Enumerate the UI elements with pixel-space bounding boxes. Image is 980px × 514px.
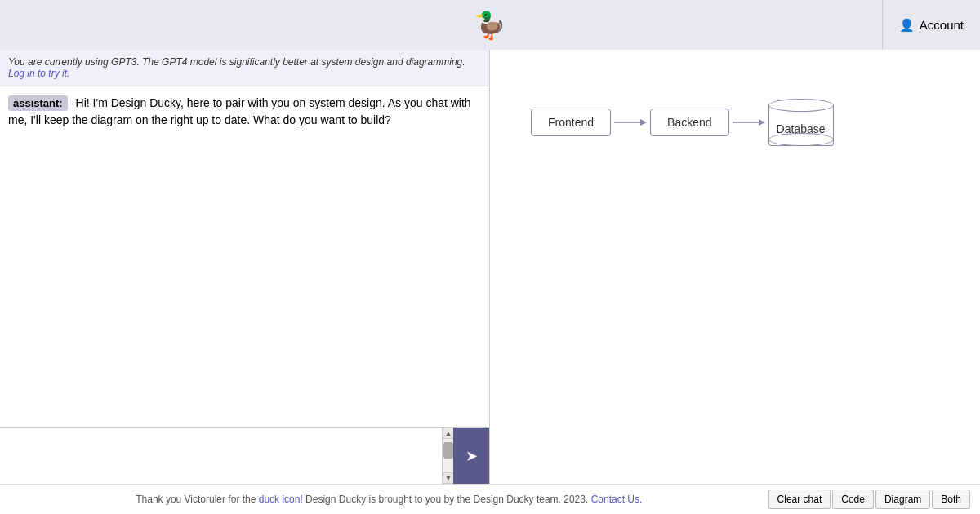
scroll-down[interactable]: ▼ (443, 472, 454, 484)
chat-messages: assistant: Hi! I'm Design Ducky, here to… (0, 86, 489, 427)
diagram-node-frontend: Frontend (531, 109, 611, 136)
diagram-node-backend: Backend (650, 109, 728, 136)
message-content: Hi! I'm Design Ducky, here to pair with … (8, 96, 471, 126)
account-label: Account (920, 18, 964, 32)
duck-icon-link[interactable]: duck icon! (259, 494, 303, 505)
scroll-thumb (443, 442, 453, 459)
chat-input[interactable] (0, 428, 442, 484)
message-0: assistant: Hi! I'm Design Ducky, here to… (8, 95, 481, 129)
diagram-button[interactable]: Diagram (875, 490, 930, 509)
header: 🦆 👤 Account (0, 0, 980, 50)
chat-scrollbar: ▲ ▼ (442, 428, 453, 484)
diagram-panel: Frontend Backend Database (490, 50, 980, 484)
footer-middle: Design Ducky is brought to you by the De… (305, 494, 588, 505)
footer-prefix: Thank you Victoruler for the (136, 494, 259, 505)
account-button[interactable]: 👤 Account (882, 0, 980, 50)
clear-chat-button[interactable]: Clear chat (768, 490, 831, 509)
footer-buttons: Clear chat Code Diagram Both (768, 490, 970, 509)
app-logo: 🦆 (474, 10, 506, 41)
info-text: You are currently using GPT3. The GPT4 m… (8, 56, 466, 68)
diagram-node-database: Database (768, 99, 834, 146)
diagram-arrow-2 (729, 114, 768, 131)
contact-link[interactable]: Contact Us. (591, 494, 643, 505)
account-icon: 👤 (899, 18, 915, 33)
diagram-container: Frontend Backend Database (531, 99, 834, 146)
main-content: You are currently using GPT3. The GPT4 m… (0, 50, 980, 484)
both-button[interactable]: Both (932, 490, 970, 509)
message-role: assistant: (8, 95, 68, 111)
db-top-ellipse (768, 99, 834, 112)
chat-input-area: ▲ ▼ ➤ (0, 427, 489, 484)
svg-marker-3 (759, 119, 765, 126)
footer: Thank you Victoruler for the duck icon! … (0, 484, 980, 514)
scroll-track (443, 439, 453, 472)
svg-marker-1 (640, 119, 647, 126)
scroll-up[interactable]: ▲ (443, 428, 454, 439)
code-button[interactable]: Code (832, 490, 874, 509)
send-button[interactable]: ➤ (453, 428, 489, 484)
db-bottom-ellipse (768, 133, 834, 146)
chat-panel: You are currently using GPT3. The GPT4 m… (0, 50, 490, 484)
info-banner: You are currently using GPT3. The GPT4 m… (0, 50, 489, 86)
footer-text: Thank you Victoruler for the duck icon! … (10, 494, 768, 505)
login-link[interactable]: Log in to try it. (8, 68, 69, 79)
diagram-arrow-1 (611, 114, 650, 131)
